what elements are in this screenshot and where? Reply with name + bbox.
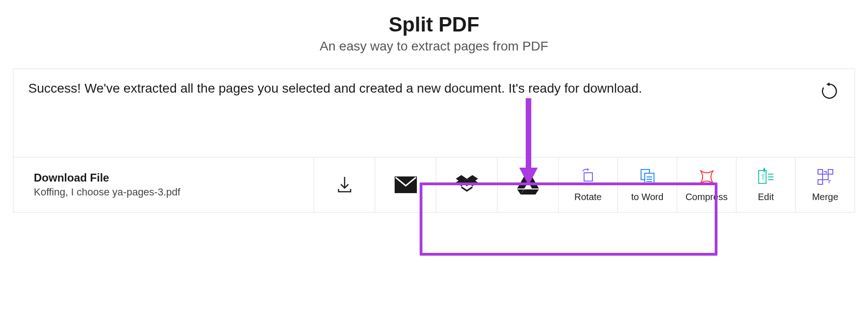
rotate-icon — [579, 168, 598, 186]
svg-marker-36 — [825, 172, 827, 173]
action-row: Download File Koffing, I choose ya-pages… — [13, 157, 855, 212]
svg-text:T: T — [761, 174, 765, 181]
page-header: Split PDF An easy way to extract pages f… — [0, 0, 868, 54]
dropbox-icon — [456, 175, 478, 195]
download-button[interactable] — [314, 157, 375, 212]
success-message: Success! We've extracted all the pages y… — [28, 81, 810, 96]
svg-marker-20 — [587, 183, 589, 186]
page-subtitle: An easy way to extract pages from PDF — [0, 39, 868, 54]
page-title: Split PDF — [0, 13, 868, 36]
compress-icon — [698, 168, 716, 186]
svg-rect-34 — [828, 170, 833, 174]
svg-rect-35 — [823, 174, 828, 180]
merge-label: Merge — [812, 192, 838, 202]
svg-marker-19 — [587, 168, 589, 171]
rotate-label: Rotate — [574, 192, 602, 202]
compress-label: Compress — [686, 192, 728, 202]
compress-tool[interactable]: Compress — [677, 157, 736, 212]
download-cell[interactable]: Download File Koffing, I choose ya-pages… — [13, 157, 314, 212]
edit-icon: T — [757, 168, 775, 186]
email-button[interactable] — [375, 157, 436, 212]
google-drive-button[interactable] — [497, 157, 558, 212]
restart-button[interactable] — [819, 81, 840, 101]
merge-icon — [816, 168, 835, 186]
merge-tool[interactable]: Merge — [795, 157, 855, 212]
svg-marker-8 — [461, 186, 472, 192]
svg-marker-0 — [826, 82, 830, 86]
edit-tool[interactable]: T Edit — [736, 157, 795, 212]
to-word-icon — [638, 168, 657, 186]
svg-rect-18 — [584, 173, 592, 181]
dropbox-button[interactable] — [436, 157, 497, 212]
rotate-tool[interactable]: Rotate — [558, 157, 617, 212]
email-icon — [395, 176, 417, 193]
message-row: Success! We've extracted all the pages y… — [13, 69, 855, 157]
download-filename: Koffing, I choose ya-pages-3.pdf — [34, 186, 293, 198]
to-word-tool[interactable]: to Word — [617, 157, 677, 212]
svg-rect-33 — [818, 170, 823, 174]
google-drive-icon — [517, 175, 539, 195]
to-word-label: to Word — [631, 192, 664, 202]
restart-icon — [820, 82, 839, 101]
download-label: Download File — [34, 171, 293, 184]
download-icon — [335, 175, 354, 195]
result-panel: Success! We've extracted all the pages y… — [13, 69, 855, 213]
svg-rect-37 — [818, 180, 823, 184]
edit-label: Edit — [758, 192, 774, 202]
